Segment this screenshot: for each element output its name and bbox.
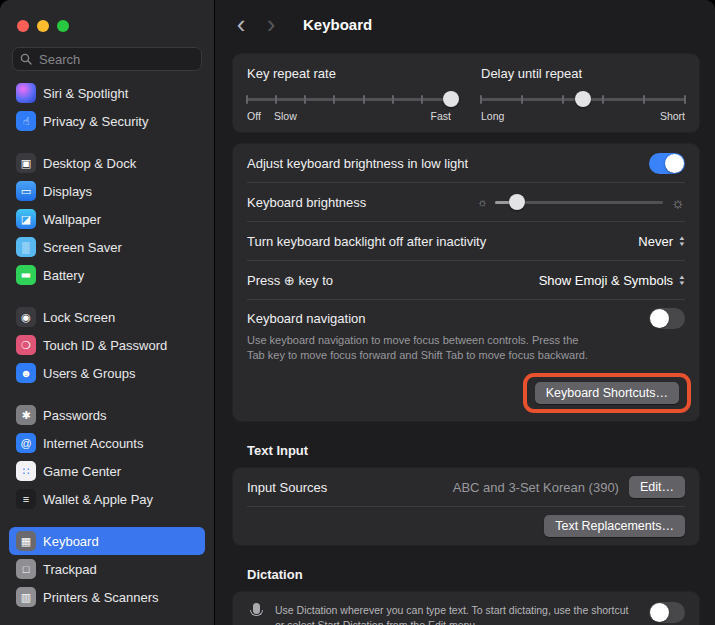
minimize-window-button[interactable] <box>37 20 49 32</box>
sidebar-list: Siri & Spotlight ☝ Privacy & Security ▣ … <box>0 79 214 611</box>
users-groups-icon: ☻ <box>16 363 36 383</box>
globe-key-value: Show Emoji & Symbols <box>539 273 673 288</box>
sidebar-item-label: Privacy & Security <box>43 114 148 129</box>
lock-screen-icon: ◉ <box>16 307 36 327</box>
toolbar: ‹ › Keyboard <box>215 0 715 48</box>
game-center-icon: ∷ <box>16 461 36 481</box>
row-globe-key: Press ⊕ key to Show Emoji & Symbols ▲▼ <box>247 260 685 299</box>
system-settings-window: Siri & Spotlight ☝ Privacy & Security ▣ … <box>0 0 715 625</box>
search-icon <box>20 53 32 65</box>
sidebar-item-label: Touch ID & Password <box>43 338 167 353</box>
sidebar-item-internet-accounts[interactable]: @ Internet Accounts <box>9 429 205 457</box>
dictation-toggle[interactable] <box>649 602 685 623</box>
delay-slider-thumb[interactable] <box>575 91 591 107</box>
globe-key-popup[interactable]: Show Emoji & Symbols ▲▼ <box>539 273 685 288</box>
passwords-icon: ✱ <box>16 405 36 425</box>
key-repeat-title: Key repeat rate <box>247 66 451 81</box>
touch-id-icon: ❍ <box>16 335 36 355</box>
siri-spotlight-icon <box>16 83 36 103</box>
delay-label-short: Short <box>660 110 685 122</box>
backlight-off-popup[interactable]: Never ▲▼ <box>638 234 685 249</box>
sidebar-item-battery[interactable]: ▮ Battery <box>9 261 205 289</box>
main-content: ‹ › Keyboard Key repeat rate Off Slow <box>215 0 715 625</box>
sidebar-item-screen-saver[interactable]: ▒ Screen Saver <box>9 233 205 261</box>
key-repeat-label-fast: Fast <box>431 110 451 122</box>
sidebar-item-displays[interactable]: ▭ Displays <box>9 177 205 205</box>
keyboard-settings-card: Adjust keyboard brightness in low light … <box>233 144 699 421</box>
key-repeat-group: Key repeat rate Off Slow Fast <box>247 66 451 123</box>
row-keyboard-navigation: Keyboard navigation Use keyboard navigat… <box>247 299 685 371</box>
sidebar-item-label: Internet Accounts <box>43 436 143 451</box>
delay-group: Delay until repeat Long Short <box>481 66 685 123</box>
search-field[interactable] <box>12 47 202 71</box>
displays-icon: ▭ <box>16 181 36 201</box>
delay-slider[interactable] <box>481 91 685 107</box>
settings-scroll-area[interactable]: Key repeat rate Off Slow Fast Delay unti… <box>215 48 715 625</box>
sidebar-item-wallet[interactable]: ≡ Wallet & Apple Pay <box>9 485 205 513</box>
keyboard-navigation-label: Keyboard navigation <box>247 311 366 326</box>
screen-saver-icon: ▒ <box>16 237 36 257</box>
sidebar-item-privacy-security[interactable]: ☝ Privacy & Security <box>9 107 205 135</box>
sidebar-item-passwords[interactable]: ✱ Passwords <box>9 401 205 429</box>
row-brightness-auto: Adjust keyboard brightness in low light <box>247 144 685 182</box>
stepper-icon: ▲▼ <box>679 235 685 247</box>
keyboard-navigation-description: Use keyboard navigation to move focus be… <box>247 333 592 363</box>
row-backlight-off: Turn keyboard backlight off after inacti… <box>247 221 685 260</box>
keyboard-icon: ▦ <box>16 531 36 551</box>
highlight-annotation: Keyboard Shortcuts… <box>523 373 691 413</box>
desktop-dock-icon: ▣ <box>16 153 36 173</box>
microphone-icon <box>247 602 265 616</box>
edit-input-sources-button[interactable]: Edit… <box>629 476 685 498</box>
text-replacements-button[interactable]: Text Replacements… <box>544 515 685 537</box>
keyboard-brightness-slider-thumb[interactable] <box>509 194 525 210</box>
sidebar-item-label: Displays <box>43 184 92 199</box>
keyboard-brightness-slider[interactable] <box>495 194 663 210</box>
sidebar-item-label: Passwords <box>43 408 107 423</box>
page-title: Keyboard <box>303 16 372 33</box>
sidebar-item-label: Battery <box>43 268 84 283</box>
brightness-high-icon: ☼ <box>671 195 685 210</box>
globe-key-label: Press ⊕ key to <box>247 273 333 288</box>
sidebar-item-siri-spotlight[interactable]: Siri & Spotlight <box>9 79 205 107</box>
printers-scanners-icon: ▥ <box>16 587 36 607</box>
wallpaper-icon: ◪ <box>16 209 36 229</box>
sidebar-item-printers-scanners[interactable]: ▥ Printers & Scanners <box>9 583 205 611</box>
sidebar-item-label: Screen Saver <box>43 240 122 255</box>
close-window-button[interactable] <box>17 20 29 32</box>
backlight-off-label: Turn keyboard backlight off after inacti… <box>247 234 486 249</box>
brightness-auto-label: Adjust keyboard brightness in low light <box>247 156 468 171</box>
key-repeat-slider[interactable] <box>247 91 451 107</box>
sidebar-item-lock-screen[interactable]: ◉ Lock Screen <box>9 303 205 331</box>
stepper-icon: ▲▼ <box>679 274 685 286</box>
sidebar-item-touch-id[interactable]: ❍ Touch ID & Password <box>9 331 205 359</box>
zoom-window-button[interactable] <box>57 20 69 32</box>
internet-accounts-icon: @ <box>16 433 36 453</box>
sidebar-item-label: Lock Screen <box>43 310 115 325</box>
sidebar-item-label: Wallpaper <box>43 212 101 227</box>
sidebar-item-trackpad[interactable]: □ Trackpad <box>9 555 205 583</box>
dictation-card: Use Dictation wherever you can type text… <box>233 592 699 625</box>
search-input[interactable] <box>37 51 194 68</box>
delay-label-long: Long <box>481 110 504 122</box>
text-input-card: Input Sources ABC and 3-Set Korean (390)… <box>233 468 699 546</box>
sidebar-item-label: Game Center <box>43 464 121 479</box>
sidebar-item-wallpaper[interactable]: ◪ Wallpaper <box>9 205 205 233</box>
brightness-auto-toggle[interactable] <box>649 153 685 174</box>
sidebar-item-label: Printers & Scanners <box>43 590 159 605</box>
sidebar-item-keyboard[interactable]: ▦ Keyboard <box>9 527 205 555</box>
privacy-security-icon: ☝ <box>16 111 36 131</box>
text-input-section-title: Text Input <box>247 443 699 458</box>
keyboard-navigation-toggle[interactable] <box>649 308 685 329</box>
key-repeat-slider-thumb[interactable] <box>443 91 459 107</box>
row-dictation: Use Dictation wherever you can type text… <box>233 592 699 625</box>
sidebar-item-desktop-dock[interactable]: ▣ Desktop & Dock <box>9 149 205 177</box>
row-keyboard-brightness: Keyboard brightness ☼ ☼ <box>247 182 685 221</box>
delay-title: Delay until repeat <box>481 66 685 81</box>
keyboard-shortcuts-button[interactable]: Keyboard Shortcuts… <box>535 382 679 404</box>
dictation-section-title: Dictation <box>247 567 699 582</box>
back-button[interactable]: ‹ <box>231 11 251 37</box>
forward-button[interactable]: › <box>261 11 281 37</box>
sidebar-item-game-center[interactable]: ∷ Game Center <box>9 457 205 485</box>
input-sources-label: Input Sources <box>247 480 327 495</box>
sidebar-item-users-groups[interactable]: ☻ Users & Groups <box>9 359 205 387</box>
